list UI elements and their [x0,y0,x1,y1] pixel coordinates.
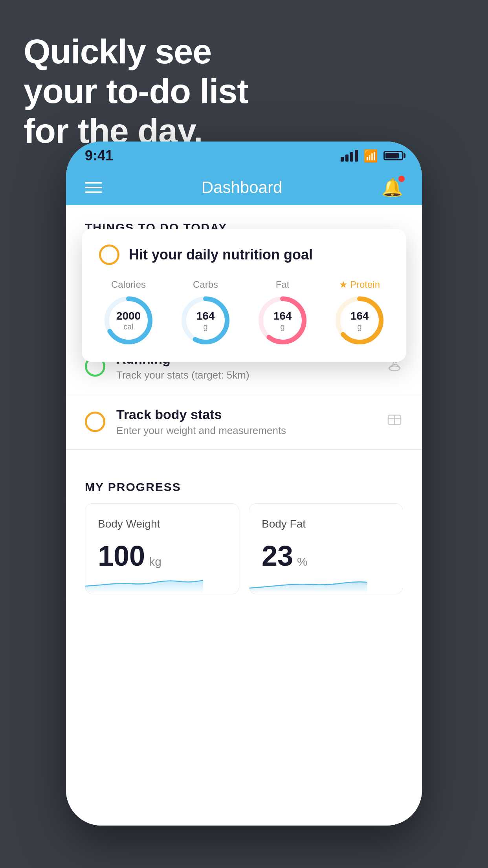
protein-ring: 164 g [334,295,385,346]
star-icon: ★ [339,279,348,290]
nav-bar: Dashboard 🔔 [66,170,422,205]
battery-icon [383,151,403,160]
carbs-ring: 164 g [180,295,231,346]
progress-cards: Body Weight 100 kg [66,503,422,610]
headline: Quickly see your to-do list for the day. [24,31,248,151]
body-stats-title: Track body stats [116,407,375,422]
notification-bell-icon[interactable]: 🔔 [382,177,403,198]
body-fat-sparkline [249,570,367,594]
body-fat-unit: % [297,555,308,568]
body-weight-card: Body Weight 100 kg [85,503,239,594]
nutrition-circles: Calories 2000 cal Carbs [99,279,389,346]
carbs-value: 164 g [196,310,215,331]
body-weight-value-row: 100 kg [98,540,226,572]
body-weight-value: 100 [98,540,145,572]
notification-dot [398,176,405,182]
nutrition-card: Hit your daily nutrition goal Calories 2… [82,229,406,362]
fat-label: Fat [276,279,290,290]
body-fat-title: Body Fat [262,518,390,530]
body-stats-text: Track body stats Enter your weight and m… [116,407,375,437]
fat-ring: 164 g [257,295,308,346]
todo-item-body-stats[interactable]: Track body stats Enter your weight and m… [66,394,422,450]
hamburger-menu[interactable] [85,182,102,193]
status-icons: 📶 [341,149,403,163]
wifi-icon: 📶 [363,149,378,163]
progress-section: MY PROGRESS Body Weight 100 kg [66,465,422,610]
body-weight-sparkline [85,570,203,594]
protein-item: ★ Protein 164 g [334,279,385,346]
body-fat-value-row: 23 % [262,540,390,572]
carbs-item: Carbs 164 g [180,279,231,346]
body-weight-title: Body Weight [98,518,226,530]
phone-frame: 9:41 📶 Dashboard 🔔 TH [66,142,422,826]
body-stats-subtitle: Enter your weight and measurements [116,425,375,437]
running-subtitle: Track your stats (target: 5km) [116,369,375,381]
carbs-label: Carbs [193,279,218,290]
fat-value: 164 g [273,310,292,331]
body-fat-card: Body Fat 23 % [249,503,403,594]
progress-header: MY PROGRESS [66,465,422,503]
calories-ring: 2000 cal [103,295,154,346]
signal-icon [341,150,358,162]
nutrition-check-circle[interactable] [99,245,119,265]
status-time: 9:41 [85,147,113,164]
nutrition-card-title: Hit your daily nutrition goal [129,246,313,263]
body-weight-unit: kg [149,555,161,568]
calories-item: Calories 2000 cal [103,279,154,346]
calories-label: Calories [111,279,146,290]
protein-label: ★ Protein [339,279,380,290]
fat-item: Fat 164 g [257,279,308,346]
nav-title: Dashboard [202,178,282,197]
calories-value: 2000 cal [116,310,141,331]
content-area: THINGS TO DO TODAY Hit your daily nutrit… [66,205,422,826]
body-stats-check-circle[interactable] [85,412,105,432]
protein-value: 164 g [350,310,369,331]
status-bar: 9:41 📶 [66,142,422,170]
body-fat-value: 23 [262,540,293,572]
body-stats-icon [386,411,403,432]
card-title-row: Hit your daily nutrition goal [99,245,389,265]
